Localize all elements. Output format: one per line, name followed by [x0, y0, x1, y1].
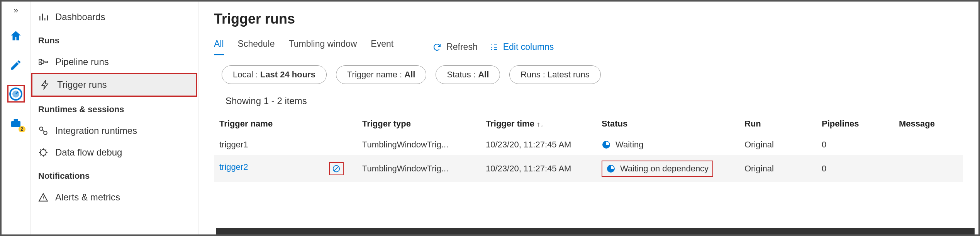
col-message[interactable]: Message: [894, 113, 963, 134]
col-trigger-type[interactable]: Trigger type: [357, 113, 480, 134]
svg-rect-2: [11, 121, 20, 127]
col-trigger-name[interactable]: Trigger name: [214, 113, 357, 134]
icon-rail: » 2: [2, 2, 31, 234]
waiting-icon: [606, 164, 615, 173]
filter-runs[interactable]: Runs : Latest runs: [509, 65, 601, 84]
cell-run: Original: [739, 134, 816, 155]
table-row[interactable]: trigger1 TumblingWindowTrig... 10/23/20,…: [214, 134, 963, 155]
tabs-row: All Schedule Tumbling window Event Refre…: [214, 39, 963, 55]
refresh-icon: [432, 43, 442, 52]
sidebar-data-flow-debug-label: Data flow debug: [55, 147, 122, 158]
tabs: All Schedule Tumbling window Event: [214, 39, 393, 55]
col-trigger-time[interactable]: Trigger time↑↓: [480, 113, 596, 134]
svg-point-9: [40, 149, 46, 155]
tab-event[interactable]: Event: [371, 39, 393, 55]
horizontal-scrollbar[interactable]: [216, 228, 975, 234]
expand-collapse-icon[interactable]: »: [14, 5, 18, 15]
cell-trigger-type: TumblingWindowTrig...: [357, 155, 480, 182]
filter-trigger-name[interactable]: Trigger name : All: [336, 65, 426, 84]
svg-rect-4: [39, 60, 42, 61]
tab-schedule[interactable]: Schedule: [238, 39, 275, 55]
main-content: Trigger runs All Schedule Tumbling windo…: [198, 2, 978, 234]
alert-icon: [38, 192, 48, 202]
svg-rect-5: [39, 63, 42, 64]
sidebar-runtimes-header-label: Runtimes & sessions: [38, 104, 124, 115]
table-row[interactable]: trigger2 TumblingWindowTrig... 10/23/20,…: [214, 155, 963, 182]
sidebar-alerts-metrics[interactable]: Alerts & metrics: [31, 186, 198, 208]
gauge-icon: [9, 87, 23, 101]
cancel-icon: [332, 164, 341, 173]
cell-status: Waiting: [596, 134, 739, 155]
cell-message: [894, 134, 963, 155]
sidebar-notifications-header: Notifications: [31, 163, 198, 186]
sidebar-pipeline-runs[interactable]: Pipeline runs: [31, 51, 198, 73]
columns-icon: [489, 43, 498, 52]
sidebar-data-flow-debug[interactable]: Data flow debug: [31, 142, 198, 163]
trigger-icon: [40, 80, 50, 90]
cell-pipelines: 0: [816, 134, 894, 155]
refresh-button[interactable]: Refresh: [432, 42, 478, 52]
svg-rect-6: [45, 61, 47, 63]
cell-trigger-name: trigger2: [214, 155, 357, 182]
divider: [413, 39, 413, 55]
refresh-label: Refresh: [446, 42, 478, 52]
filter-local[interactable]: Local : Last 24 hours: [222, 65, 327, 84]
runs-table: Trigger name Trigger type Trigger time↑↓…: [214, 113, 963, 182]
sidebar-alerts-metrics-label: Alerts & metrics: [55, 192, 120, 203]
dashboards-icon: [38, 12, 48, 22]
col-pipelines[interactable]: Pipelines: [816, 113, 894, 134]
edit-columns-button[interactable]: Edit columns: [489, 42, 554, 52]
svg-point-7: [39, 127, 43, 130]
cell-trigger-time: 10/23/20, 11:27:45 AM: [480, 134, 596, 155]
svg-line-12: [334, 167, 339, 171]
filter-status[interactable]: Status : All: [436, 65, 500, 84]
waiting-icon: [602, 140, 611, 149]
cell-trigger-name: trigger1: [214, 134, 357, 155]
cell-status: Waiting on dependency: [596, 155, 739, 182]
svg-point-8: [44, 131, 47, 135]
tab-all[interactable]: All: [214, 39, 224, 55]
sidebar-dashboards[interactable]: Dashboards: [31, 6, 198, 28]
sidebar-trigger-runs[interactable]: Trigger runs: [31, 73, 197, 97]
sidebar-runtimes-header: Runtimes & sessions: [31, 97, 198, 120]
filters: Local : Last 24 hours Trigger name : All…: [214, 65, 963, 84]
integration-icon: [38, 126, 48, 136]
svg-rect-3: [14, 119, 18, 121]
sidebar-runs-header: Runs: [31, 28, 198, 51]
sidebar-runs-header-label: Runs: [38, 36, 59, 46]
home-icon: [9, 29, 22, 43]
cell-pipelines: 0: [816, 155, 894, 182]
rail-manage[interactable]: 2: [7, 114, 25, 132]
cell-message: [894, 155, 963, 182]
cancel-button[interactable]: [329, 162, 344, 175]
rail-author[interactable]: [7, 56, 25, 74]
sidebar-pipeline-runs-label: Pipeline runs: [55, 56, 109, 67]
edit-columns-label: Edit columns: [503, 42, 554, 52]
sidebar: Dashboards Runs Pipeline runs Trigger ru…: [31, 2, 198, 234]
rail-badge: 2: [19, 126, 25, 132]
sidebar-integration-runtimes-label: Integration runtimes: [55, 125, 137, 136]
sidebar-integration-runtimes[interactable]: Integration runtimes: [31, 120, 198, 142]
sidebar-trigger-runs-label: Trigger runs: [57, 79, 107, 90]
rail-home[interactable]: [7, 27, 25, 44]
col-status[interactable]: Status: [596, 113, 739, 134]
tab-tumbling-window[interactable]: Tumbling window: [288, 39, 357, 55]
debug-icon: [38, 147, 48, 157]
sidebar-notifications-header-label: Notifications: [38, 171, 90, 181]
pipeline-icon: [38, 57, 48, 67]
sidebar-dashboards-label: Dashboards: [55, 12, 105, 22]
col-run[interactable]: Run: [739, 113, 816, 134]
rail-monitor[interactable]: [7, 85, 25, 103]
showing-count: Showing 1 - 2 items: [214, 96, 963, 106]
pencil-icon: [10, 59, 22, 71]
page-title: Trigger runs: [214, 11, 963, 27]
cell-run: Original: [739, 155, 816, 182]
sort-arrows-icon: ↑↓: [537, 120, 544, 128]
trigger-link[interactable]: trigger2: [219, 162, 248, 172]
cell-trigger-type: TumblingWindowTrig...: [357, 134, 480, 155]
cell-trigger-time: 10/23/20, 11:27:45 AM: [480, 155, 596, 182]
